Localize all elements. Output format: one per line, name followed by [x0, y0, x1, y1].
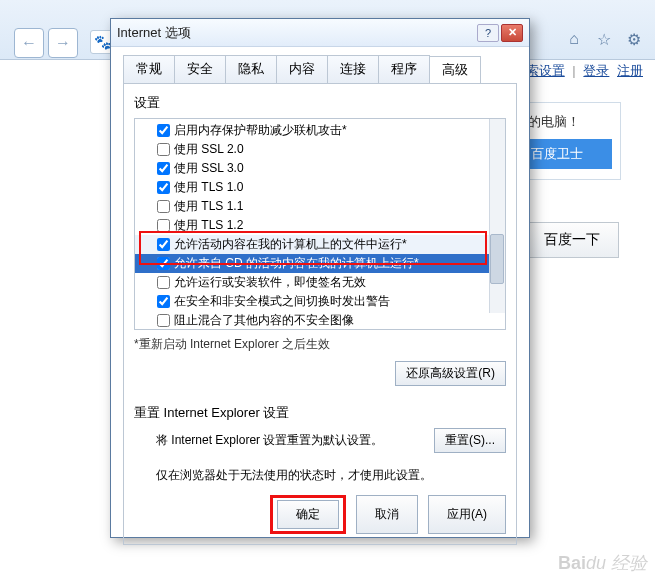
- tab-privacy[interactable]: 隐私: [225, 55, 277, 83]
- home-icon[interactable]: ⌂: [561, 26, 587, 52]
- separator: |: [572, 63, 575, 78]
- restart-note: *重新启动 Internet Explorer 之后生效: [134, 336, 506, 353]
- internet-options-dialog: Internet 选项 ? ✕ 常规 安全 隐私 内容 连接 程序 高级 设置 …: [110, 18, 530, 538]
- annotation-ok-highlight: 确定: [270, 495, 346, 534]
- tree-item-label: 使用 TLS 1.0: [174, 179, 243, 196]
- tree-checkbox[interactable]: [157, 295, 170, 308]
- tab-general[interactable]: 常规: [123, 55, 175, 83]
- settings-tree[interactable]: 启用内存保护帮助减少联机攻击*使用 SSL 2.0使用 SSL 3.0使用 TL…: [134, 118, 506, 330]
- tree-row[interactable]: 使用 SSL 3.0: [135, 159, 505, 178]
- tree-row[interactable]: 允许活动内容在我的计算机上的文件中运行*: [135, 235, 505, 254]
- chrome-icons: ⌂ ☆ ⚙: [561, 26, 647, 52]
- tab-programs[interactable]: 程序: [378, 55, 430, 83]
- link-register[interactable]: 注册: [617, 63, 643, 78]
- tree-row[interactable]: 使用 TLS 1.0: [135, 178, 505, 197]
- reset-header: 重置 Internet Explorer 设置: [134, 404, 506, 422]
- settings-label: 设置: [134, 94, 506, 112]
- nav-forward-button[interactable]: →: [48, 28, 78, 58]
- dialog-button-row: 确定 取消 应用(A): [270, 495, 506, 534]
- tree-row[interactable]: 在安全和非安全模式之间切换时发出警告: [135, 292, 505, 311]
- tree-item-label: 启用内存保护帮助减少联机攻击*: [174, 122, 347, 139]
- tree-row[interactable]: 阻止混合了其他内容的不安全图像: [135, 311, 505, 330]
- tree-checkbox[interactable]: [157, 257, 170, 270]
- tab-connections[interactable]: 连接: [327, 55, 379, 83]
- tree-row[interactable]: 启用内存保护帮助减少联机攻击*: [135, 121, 505, 140]
- tree-checkbox[interactable]: [157, 162, 170, 175]
- reset-button[interactable]: 重置(S)...: [434, 428, 506, 453]
- reset-description: 将 Internet Explorer 设置重置为默认设置。: [134, 432, 434, 449]
- tab-panel-advanced: 设置 启用内存保护帮助减少联机攻击*使用 SSL 2.0使用 SSL 3.0使用…: [123, 83, 517, 545]
- tab-content[interactable]: 内容: [276, 55, 328, 83]
- watermark: Baidu Baidu 经验经验: [558, 551, 647, 575]
- tree-item-label: 允许活动内容在我的计算机上的文件中运行*: [174, 236, 407, 253]
- link-login[interactable]: 登录: [583, 63, 609, 78]
- cancel-button[interactable]: 取消: [356, 495, 418, 534]
- tree-checkbox[interactable]: [157, 238, 170, 251]
- dialog-titlebar: Internet 选项 ? ✕: [111, 19, 529, 47]
- scrollbar-vertical[interactable]: [489, 119, 505, 313]
- tree-row[interactable]: 使用 SSL 2.0: [135, 140, 505, 159]
- tree-item-label: 使用 TLS 1.1: [174, 198, 243, 215]
- tree-checkbox[interactable]: [157, 124, 170, 137]
- gear-icon[interactable]: ⚙: [621, 26, 647, 52]
- nav-back-button[interactable]: ←: [14, 28, 44, 58]
- tree-checkbox[interactable]: [157, 143, 170, 156]
- favorites-icon[interactable]: ☆: [591, 26, 617, 52]
- tree-checkbox[interactable]: [157, 181, 170, 194]
- titlebar-close-button[interactable]: ✕: [501, 24, 523, 42]
- page-top-links: 搜索设置 | 登录 注册: [513, 62, 643, 80]
- apply-button[interactable]: 应用(A): [428, 495, 506, 534]
- tree-checkbox[interactable]: [157, 200, 170, 213]
- tree-item-label: 允许运行或安装软件，即使签名无效: [174, 274, 366, 291]
- scrollbar-thumb[interactable]: [490, 234, 504, 284]
- tree-item-label: 使用 TLS 1.2: [174, 217, 243, 234]
- tree-item-label: 使用 SSL 3.0: [174, 160, 244, 177]
- restore-row: 还原高级设置(R): [134, 361, 506, 386]
- ok-button[interactable]: 确定: [277, 500, 339, 529]
- tree-row[interactable]: 允许运行或安装软件，即使签名无效: [135, 273, 505, 292]
- tree-row[interactable]: 使用 TLS 1.1: [135, 197, 505, 216]
- reset-note: 仅在浏览器处于无法使用的状态时，才使用此设置。: [134, 467, 506, 484]
- tree-item-label: 在安全和非安全模式之间切换时发出警告: [174, 293, 390, 310]
- tab-security[interactable]: 安全: [174, 55, 226, 83]
- tree-item-label: 阻止混合了其他内容的不安全图像: [174, 312, 354, 329]
- dialog-title: Internet 选项: [117, 24, 191, 42]
- tree-item-label: 使用 SSL 2.0: [174, 141, 244, 158]
- reset-section: 重置 Internet Explorer 设置 将 Internet Explo…: [134, 404, 506, 484]
- tree-row[interactable]: 允许来自 CD 的活动内容在我的计算机上运行*: [135, 254, 505, 273]
- tree-checkbox[interactable]: [157, 276, 170, 289]
- tree-item-label: 允许来自 CD 的活动内容在我的计算机上运行*: [174, 255, 419, 272]
- tree-checkbox[interactable]: [157, 314, 170, 327]
- dialog-tabs: 常规 安全 隐私 内容 连接 程序 高级: [111, 47, 529, 83]
- tree-row[interactable]: 使用 TLS 1.2: [135, 216, 505, 235]
- restore-advanced-button[interactable]: 还原高级设置(R): [395, 361, 506, 386]
- tree-checkbox[interactable]: [157, 219, 170, 232]
- baidu-search-button[interactable]: 百度一下: [525, 222, 619, 258]
- titlebar-help-button[interactable]: ?: [477, 24, 499, 42]
- tab-advanced[interactable]: 高级: [429, 56, 481, 84]
